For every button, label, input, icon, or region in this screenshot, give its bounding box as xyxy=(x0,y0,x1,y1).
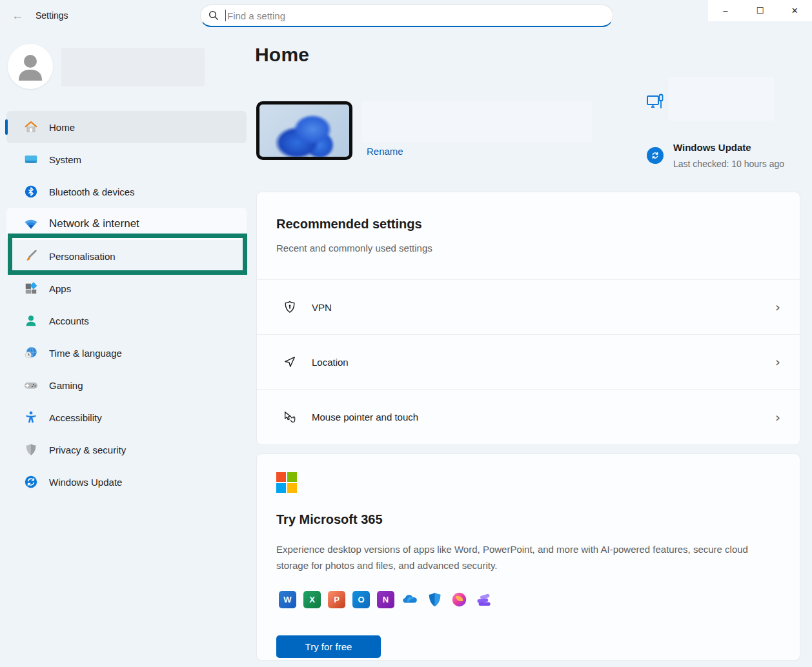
setting-row-vpn[interactable]: VPN › xyxy=(257,280,800,335)
apps-icon xyxy=(23,281,39,296)
sidebar-item-label: Accounts xyxy=(49,315,89,326)
sidebar-item-label: System xyxy=(49,154,81,165)
search-box[interactable] xyxy=(200,5,613,27)
app-title: Settings xyxy=(36,10,68,21)
recommended-title: Recommended settings xyxy=(276,217,780,232)
m365-promo-card: Try Microsoft 365 Experience desktop ver… xyxy=(256,453,800,661)
sidebar-item-label: Accessibility xyxy=(49,412,102,423)
window-controls: – ☐ ✕ xyxy=(708,0,812,21)
text-caret xyxy=(225,10,226,21)
user-name-placeholder xyxy=(61,48,205,86)
sidebar-item-label: Gaming xyxy=(49,380,83,391)
network-name-placeholder xyxy=(668,77,775,121)
accessibility-icon xyxy=(23,410,39,425)
sidebar-item-system[interactable]: System xyxy=(6,143,247,175)
sidebar-item-gaming[interactable]: Gaming xyxy=(6,369,247,401)
gamepad-icon xyxy=(23,377,39,393)
onedrive-icon xyxy=(401,591,419,608)
windows-update-title[interactable]: Windows Update xyxy=(673,142,751,153)
connected-network-icon xyxy=(645,93,666,114)
sidebar-item-label: Network & internet xyxy=(49,217,139,230)
sidebar-item-accounts[interactable]: Accounts xyxy=(6,304,247,337)
clipchamp-icon xyxy=(475,591,492,608)
setting-row-location[interactable]: Location › xyxy=(257,335,800,390)
powerpoint-icon: P xyxy=(328,591,345,608)
setting-row-label: Location xyxy=(312,357,775,368)
shield-icon xyxy=(23,442,39,457)
sidebar-item-network-internet[interactable]: Network & internet xyxy=(6,208,247,240)
location-arrow-icon xyxy=(283,355,297,369)
recommended-settings-card: Recommended settings Recent and commonly… xyxy=(256,192,800,445)
setting-row-mouse-pointer[interactable]: Mouse pointer and touch › xyxy=(257,390,800,444)
close-button[interactable]: ✕ xyxy=(777,0,812,21)
brush-icon xyxy=(23,248,39,264)
sidebar-item-label: Home xyxy=(49,122,75,133)
recommended-subtitle: Recent and commonly used settings xyxy=(276,243,780,254)
chevron-right-icon: › xyxy=(775,410,780,425)
microsoft-logo-icon xyxy=(276,472,297,493)
sidebar-item-windows-update[interactable]: Windows Update xyxy=(6,466,247,498)
sidebar-item-time-language[interactable]: Time & language xyxy=(6,337,247,369)
vpn-shield-icon xyxy=(283,300,297,314)
setting-row-label: VPN xyxy=(312,302,775,313)
sidebar-item-apps[interactable]: Apps xyxy=(6,272,247,304)
m365-app-icons: W X P O N xyxy=(279,591,492,608)
sidebar-item-label: Time & language xyxy=(49,348,122,359)
search-icon xyxy=(208,10,219,21)
word-icon: W xyxy=(279,591,296,608)
sidebar-nav: Home System Bluetooth & devices Network … xyxy=(0,111,253,498)
minimize-button[interactable]: – xyxy=(708,0,743,21)
setting-row-label: Mouse pointer and touch xyxy=(312,412,775,423)
designer-icon xyxy=(451,591,468,608)
sidebar-item-label: Personalisation xyxy=(49,251,116,262)
m365-title: Try Microsoft 365 xyxy=(276,512,780,527)
onenote-icon: N xyxy=(377,591,394,608)
outlook-icon: O xyxy=(352,591,370,608)
settings-window: ← Settings – ☐ ✕ Home System xyxy=(0,0,812,667)
windows-update-status: Last checked: 10 hours ago xyxy=(673,159,784,169)
sidebar-item-home[interactable]: Home xyxy=(6,111,247,143)
sidebar-item-bluetooth-devices[interactable]: Bluetooth & devices xyxy=(6,175,247,208)
device-wallpaper-thumbnail xyxy=(256,101,352,160)
page-title: Home xyxy=(255,44,309,66)
bluetooth-icon xyxy=(23,184,39,199)
sidebar-item-personalisation[interactable]: Personalisation xyxy=(6,240,247,272)
rename-link[interactable]: Rename xyxy=(367,146,403,157)
excel-icon: X xyxy=(303,591,321,608)
update-icon xyxy=(23,474,39,490)
globe-clock-icon xyxy=(23,345,39,361)
person-icon xyxy=(23,313,39,328)
sidebar-item-accessibility[interactable]: Accessibility xyxy=(6,401,247,433)
wifi-icon xyxy=(23,216,39,232)
windows-bloom-image xyxy=(269,108,340,160)
avatar xyxy=(8,44,53,89)
m365-description: Experience desktop versions of apps like… xyxy=(276,541,760,573)
system-icon xyxy=(23,152,39,167)
sidebar-item-privacy-security[interactable]: Privacy & security xyxy=(6,433,247,466)
device-name-placeholder xyxy=(361,101,592,143)
maximize-button[interactable]: ☐ xyxy=(743,0,778,21)
windows-update-icon xyxy=(647,147,664,164)
sidebar-item-label: Bluetooth & devices xyxy=(49,186,135,197)
try-for-free-button[interactable]: Try for free xyxy=(276,635,381,658)
back-button[interactable]: ← xyxy=(8,9,27,23)
chevron-right-icon: › xyxy=(775,354,780,370)
mouse-pointer-icon xyxy=(283,410,297,424)
home-icon xyxy=(23,119,39,135)
search-input[interactable] xyxy=(227,10,605,21)
sidebar-item-label: Windows Update xyxy=(49,477,122,488)
sidebar-item-label: Privacy & security xyxy=(49,444,126,455)
person-silhouette-icon xyxy=(17,52,43,81)
recommended-header: Recommended settings Recent and commonly… xyxy=(257,192,800,280)
defender-icon xyxy=(426,591,443,608)
chevron-right-icon: › xyxy=(775,299,780,315)
sidebar-item-label: Apps xyxy=(49,283,71,294)
